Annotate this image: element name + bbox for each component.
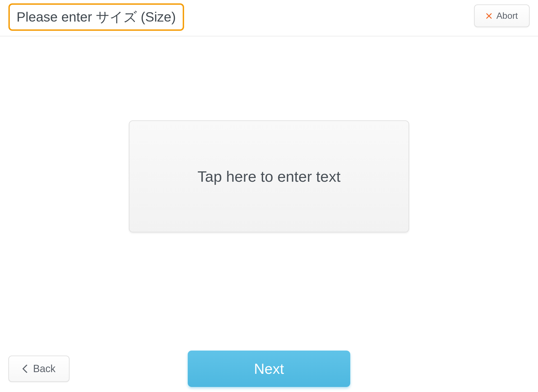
next-button-label: Next — [254, 360, 284, 377]
main-content: Tap here to enter text — [0, 36, 538, 232]
next-button[interactable]: Next — [188, 351, 350, 387]
page-title: Please enter サイズ (Size) — [17, 8, 176, 26]
back-button[interactable]: Back — [8, 356, 69, 382]
chevron-left-icon — [22, 365, 27, 372]
footer-bar: Back Next — [0, 356, 538, 382]
abort-button[interactable]: Abort — [474, 4, 530, 27]
header-bar: Please enter サイズ (Size) Abort — [0, 0, 538, 36]
abort-button-label: Abort — [497, 11, 518, 21]
close-icon — [486, 13, 492, 19]
title-highlight-box: Please enter サイズ (Size) — [8, 3, 184, 31]
back-button-label: Back — [33, 363, 55, 375]
text-input-field[interactable]: Tap here to enter text — [129, 120, 409, 232]
input-placeholder: Tap here to enter text — [198, 168, 340, 185]
